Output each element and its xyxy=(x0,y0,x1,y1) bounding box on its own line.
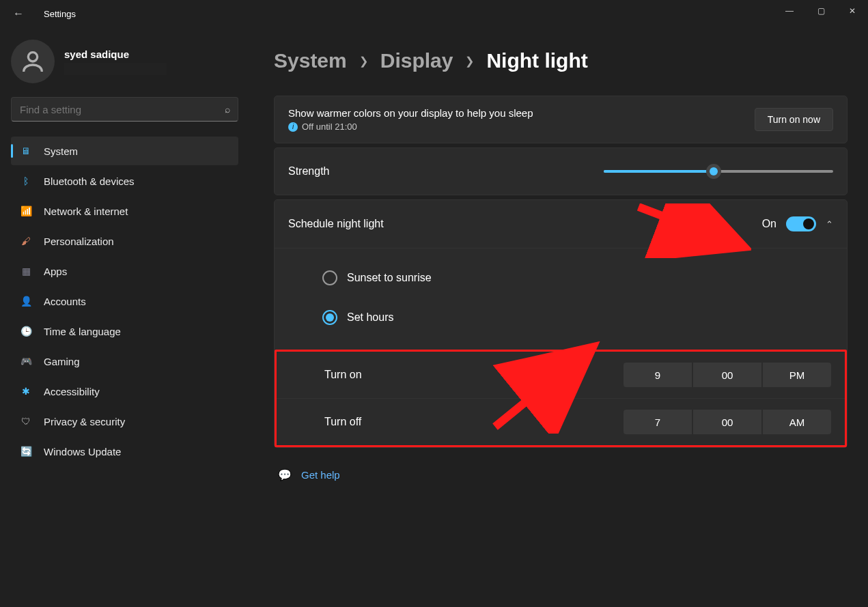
turn-on-row: Turn on 9 00 PM xyxy=(277,352,845,398)
app-title: Settings xyxy=(44,9,76,19)
radio-icon xyxy=(322,310,337,325)
sidebar-item-apps[interactable]: ▦Apps xyxy=(11,257,238,285)
strength-label: Strength xyxy=(288,165,329,178)
turn-on-now-button[interactable]: Turn on now xyxy=(755,108,833,131)
nav-icon: 🔄 xyxy=(19,444,33,458)
sidebar-item-time-language[interactable]: 🕒Time & language xyxy=(11,317,238,345)
description-card: Show warmer colors on your display to he… xyxy=(274,96,848,143)
chevron-right-icon: ❯ xyxy=(359,55,368,68)
nav-label: Apps xyxy=(44,266,67,277)
nav-icon: 👤 xyxy=(19,294,33,308)
sidebar-item-accounts[interactable]: 👤Accounts xyxy=(11,287,238,315)
status-text: Off until 21:00 xyxy=(302,122,357,132)
schedule-toggle[interactable] xyxy=(786,216,816,231)
nav-label: Privacy & security xyxy=(44,416,125,427)
nav-label: Accessibility xyxy=(44,386,100,397)
nav-icon: 🖌 xyxy=(19,234,33,248)
nav-icon: 🛡 xyxy=(19,414,33,428)
turn-on-label: Turn on xyxy=(324,369,362,381)
nav-label: Network & internet xyxy=(44,206,128,217)
sidebar-item-gaming[interactable]: 🎮Gaming xyxy=(11,347,238,376)
search-box[interactable]: ⌕ xyxy=(11,97,238,122)
back-button[interactable]: ← xyxy=(7,8,30,20)
toggle-state: On xyxy=(762,218,776,230)
turn-on-minute[interactable]: 00 xyxy=(693,363,761,387)
get-help-link[interactable]: 💬 Get help xyxy=(274,468,848,481)
chevron-up-icon[interactable]: ⌃ xyxy=(826,219,833,229)
turn-off-ampm[interactable]: AM xyxy=(763,410,831,434)
nav-label: Personalization xyxy=(44,236,114,247)
radio-label: Set hours xyxy=(347,311,393,324)
search-input[interactable] xyxy=(11,97,238,122)
sidebar-item-privacy-security[interactable]: 🛡Privacy & security xyxy=(11,407,238,436)
turn-on-ampm[interactable]: PM xyxy=(763,363,831,387)
minimize-button[interactable]: — xyxy=(774,0,805,22)
sidebar-item-system[interactable]: 🖥System xyxy=(11,137,238,165)
nav-label: System xyxy=(44,145,78,157)
nav-icon: ✱ xyxy=(19,384,33,398)
help-icon: 💬 xyxy=(278,468,292,481)
sidebar-item-personalization[interactable]: 🖌Personalization xyxy=(11,227,238,255)
sidebar-item-network-internet[interactable]: 📶Network & internet xyxy=(11,197,238,225)
time-settings-highlight: Turn on 9 00 PM Turn off 7 00 AM xyxy=(275,350,847,447)
nav-icon: 🕒 xyxy=(19,324,33,338)
svg-point-0 xyxy=(28,53,37,61)
breadcrumb-display[interactable]: Display xyxy=(380,49,453,72)
nav-icon: ᛒ xyxy=(19,174,33,188)
turn-off-row: Turn off 7 00 AM xyxy=(277,398,845,445)
info-icon: i xyxy=(288,122,298,132)
sidebar-item-accessibility[interactable]: ✱Accessibility xyxy=(11,377,238,406)
radio-set-hours[interactable]: Set hours xyxy=(322,298,833,337)
nav-label: Windows Update xyxy=(44,446,121,457)
strength-slider[interactable] xyxy=(604,165,833,178)
search-icon: ⌕ xyxy=(225,104,230,115)
nav-icon: 🎮 xyxy=(19,354,33,368)
radio-label: Sunset to sunrise xyxy=(347,272,432,284)
main-content: System ❯ Display ❯ Night light Show warm… xyxy=(249,27,868,607)
close-button[interactable]: ✕ xyxy=(837,0,868,22)
strength-card: Strength xyxy=(274,147,848,195)
nav-label: Gaming xyxy=(44,356,80,367)
turn-on-hour[interactable]: 9 xyxy=(624,363,692,387)
nav-label: Time & language xyxy=(44,326,121,337)
help-text[interactable]: Get help xyxy=(301,469,340,481)
turn-off-label: Turn off xyxy=(324,416,361,428)
radio-icon xyxy=(322,270,337,285)
nav-label: Bluetooth & devices xyxy=(44,175,135,187)
nav-icon: ▦ xyxy=(19,264,33,278)
nav-label: Accounts xyxy=(44,296,86,307)
radio-sunset-to-sunrise[interactable]: Sunset to sunrise xyxy=(322,258,833,298)
user-email-masked xyxy=(64,63,167,75)
sidebar: syed sadique ⌕ 🖥SystemᛒBluetooth & devic… xyxy=(0,27,249,607)
turn-off-hour[interactable]: 7 xyxy=(624,410,692,434)
profile[interactable]: syed sadique xyxy=(11,40,238,83)
turn-off-minute[interactable]: 00 xyxy=(693,410,761,434)
maximize-button[interactable]: ▢ xyxy=(805,0,837,22)
sidebar-item-windows-update[interactable]: 🔄Windows Update xyxy=(11,437,238,466)
page-title: Night light xyxy=(486,49,587,72)
breadcrumb: System ❯ Display ❯ Night light xyxy=(274,49,848,72)
user-icon xyxy=(11,40,55,83)
schedule-card: Schedule night light On ⌃ Sunset to sunr… xyxy=(274,199,848,448)
sidebar-item-bluetooth-devices[interactable]: ᛒBluetooth & devices xyxy=(11,167,238,195)
nav-icon: 📶 xyxy=(19,204,33,218)
user-name: syed sadique xyxy=(64,48,167,60)
night-light-description: Show warmer colors on your display to he… xyxy=(288,107,533,119)
schedule-label: Schedule night light xyxy=(288,218,384,230)
breadcrumb-system[interactable]: System xyxy=(274,49,347,72)
nav-icon: 🖥 xyxy=(19,144,33,158)
chevron-right-icon: ❯ xyxy=(465,55,474,68)
